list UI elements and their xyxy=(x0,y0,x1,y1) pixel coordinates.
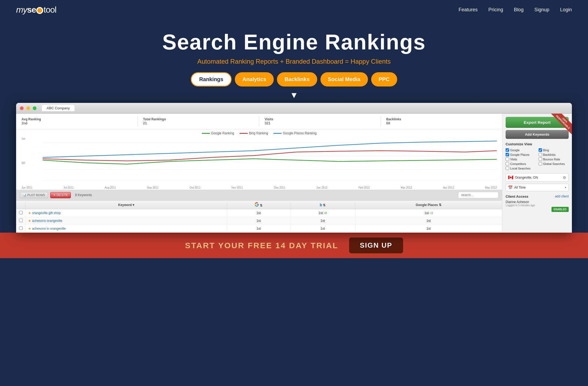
check-visits[interactable]: Visits xyxy=(506,157,536,161)
nav-pricing[interactable]: Pricing xyxy=(488,7,503,13)
check-competitors-input[interactable] xyxy=(506,162,509,165)
gear-icon[interactable]: ⚙ xyxy=(563,175,566,180)
row1-places-value: 1st xyxy=(425,211,429,215)
col-google[interactable]: ⇅ xyxy=(227,201,290,209)
tab-backlinks[interactable]: Backlinks xyxy=(277,72,317,86)
tab-rankings[interactable]: Rankings xyxy=(191,72,232,86)
x-label-0: Jun 2011 xyxy=(21,186,32,189)
check-local-input[interactable] xyxy=(506,167,509,170)
nav-features[interactable]: Features xyxy=(459,7,478,13)
subtitle-part1: Automated Ranking Reports xyxy=(197,58,278,65)
check-competitors[interactable]: Competitors xyxy=(506,162,536,165)
check-global-input[interactable] xyxy=(539,162,542,165)
stats-bar: Avg Ranking 2nd Total Rankings 21 Visits… xyxy=(16,114,502,129)
check-bing-input[interactable] xyxy=(539,148,542,152)
bottom-cta: START YOUR FREE 14 DAY TRIAL SIGN UP xyxy=(0,233,588,258)
client-status: Logged in 5 minutes ago xyxy=(506,204,569,207)
row1-star[interactable]: ★ xyxy=(28,211,31,215)
stat-visits: Visits 321 xyxy=(259,116,381,126)
x-label-7: Jan 2012 xyxy=(316,186,327,189)
check-gplaces-input[interactable] xyxy=(506,153,509,156)
check-global-searches[interactable]: Global Searches xyxy=(539,162,569,165)
tl-green[interactable] xyxy=(33,106,36,110)
tab-social-media[interactable]: Social Media xyxy=(320,72,368,86)
legend-google-line xyxy=(202,133,210,134)
subtitle-equals: = xyxy=(343,58,350,65)
signup-button[interactable]: SIGN UP xyxy=(349,237,403,253)
stat-total-rankings-label: Total Rankings xyxy=(143,117,254,121)
x-label-5: Nov 2011 xyxy=(231,186,243,189)
col-checkbox xyxy=(16,201,25,209)
row2-bing: 1st xyxy=(290,217,355,225)
col-bing[interactable]: b ⇅ xyxy=(290,201,355,209)
nav-signup[interactable]: Signup xyxy=(534,7,549,13)
legend-places-line xyxy=(273,133,282,134)
table-row: ★ achesons orangeville 1st 1st 1st xyxy=(16,217,502,225)
col-places-label: Google Places xyxy=(416,203,438,207)
stat-backlinks-value: 68 xyxy=(386,121,497,125)
col-places[interactable]: Google Places ⇅ xyxy=(355,201,502,209)
tab-analytics[interactable]: Analytics xyxy=(235,72,274,86)
location-row[interactable]: 🇨🇦 Orangeville, ON ⚙ xyxy=(506,173,569,182)
x-label-4: Oct 2011 xyxy=(189,186,200,189)
dashboard-tab-label[interactable]: ABC Company xyxy=(42,105,75,111)
legend-bing-line xyxy=(240,133,248,134)
col-keyword[interactable]: Keyword ▾ xyxy=(25,201,227,209)
client-info: Dianne Acheson Logged in 5 minutes ago E… xyxy=(506,200,569,207)
nav-blog[interactable]: Blog xyxy=(514,7,524,13)
add-client-link[interactable]: add client xyxy=(555,194,569,198)
keywords-count: 8 Keywords xyxy=(75,193,92,197)
legend-places-label: Google Places Ranking xyxy=(283,131,316,135)
check-bing[interactable]: Bing xyxy=(539,148,569,152)
logo-se: se xyxy=(27,5,36,15)
legend-google: Google Ranking xyxy=(202,131,234,135)
hero-subtitle: Automated Ranking Reports + Branded Dash… xyxy=(5,58,583,65)
check-bounce-input[interactable] xyxy=(539,157,542,161)
screen-body: Avg Ranking 2nd Total Rankings 21 Visits… xyxy=(16,114,572,233)
google-icon xyxy=(255,202,259,207)
stat-total-rankings-value: 21 xyxy=(143,121,254,125)
check-google[interactable]: Google xyxy=(506,148,536,152)
delete-button[interactable]: ✕ DELETE xyxy=(50,192,71,198)
tl-yellow[interactable] xyxy=(26,106,30,110)
row1-checkbox[interactable] xyxy=(16,209,25,217)
row2-check[interactable] xyxy=(19,219,23,222)
row1-bing-badge: +8 xyxy=(324,212,327,215)
date-row[interactable]: 📅 All Time ▾ xyxy=(506,184,569,191)
row2-checkbox[interactable] xyxy=(16,217,25,225)
stat-avg-ranking: Avg Ranking 2nd xyxy=(16,116,138,126)
nav-links: Features Pricing Blog Signup Login xyxy=(459,7,572,13)
tl-red[interactable] xyxy=(20,106,24,110)
check-bounce-rate[interactable]: Bounce Rate xyxy=(539,157,569,161)
plot-rows-button[interactable]: 📊 PLOT ROWS xyxy=(20,192,48,198)
row1-google: 1st xyxy=(227,209,290,217)
chevron-down-icon: ▾ xyxy=(565,186,566,189)
check-google-input[interactable] xyxy=(506,148,509,152)
cta-text: START YOUR FREE 14 DAY TRIAL xyxy=(185,241,338,250)
keyword-search-input[interactable] xyxy=(458,192,498,198)
logo-tool: tool xyxy=(43,5,56,15)
sidebar-panel: 100%REBRANDABLE Export Report Add Keywor… xyxy=(502,114,572,233)
row1-check[interactable] xyxy=(19,211,23,214)
x-label-1: Jul 2011 xyxy=(64,186,74,189)
nav-login[interactable]: Login xyxy=(560,7,572,13)
tab-ppc[interactable]: PPC xyxy=(371,72,397,86)
row3-star[interactable]: ★ xyxy=(28,227,31,230)
row3-places: 1st xyxy=(355,225,502,233)
subtitle-plus1: + xyxy=(278,58,286,65)
check-backlinks[interactable]: Backlinks xyxy=(539,153,569,156)
check-local-searches[interactable]: Local Searches xyxy=(506,167,536,170)
row1-keyword: ★ orangeville gift shop xyxy=(25,209,227,217)
x-label-10: Apr 2012 xyxy=(443,186,454,189)
row2-star[interactable]: ★ xyxy=(28,219,31,223)
logo-o-circle xyxy=(36,7,43,14)
row2-keyword-name: achesons orangeville xyxy=(32,219,62,223)
top-nav: mysetool Features Pricing Blog Signup Lo… xyxy=(0,0,588,20)
row3-check[interactable] xyxy=(19,226,23,230)
check-backlinks-input[interactable] xyxy=(539,153,542,156)
check-visits-input[interactable] xyxy=(506,157,509,161)
x-axis: Jun 2011 Jul 2011 Aug 2011 Sep 2011 Oct … xyxy=(16,186,502,190)
row3-checkbox[interactable] xyxy=(16,225,25,233)
chart-area: 1st 5th xyxy=(16,137,502,186)
check-google-places[interactable]: Google Places xyxy=(506,153,536,156)
